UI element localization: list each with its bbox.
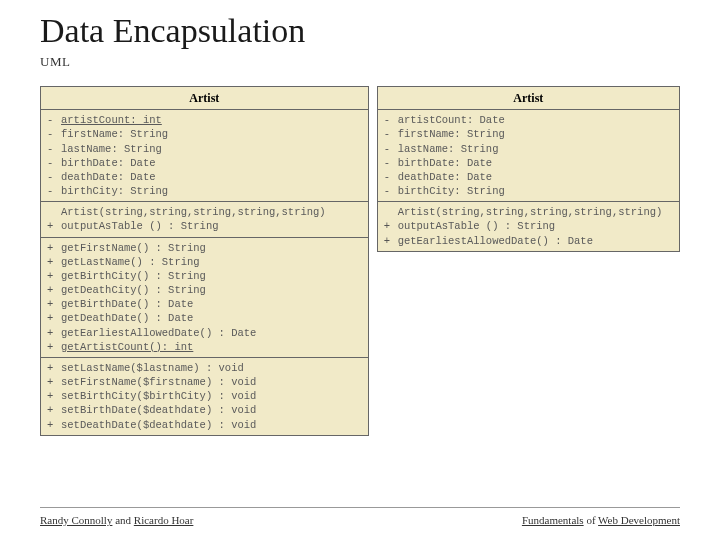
uml-member-text: firstName: String [61,127,362,141]
uml-visibility: - [47,184,61,198]
uml-visibility: - [47,170,61,184]
uml-member-row: Artist(string,string,string,string,strin… [47,205,362,219]
uml-member-row: +getBirthDate() : Date [47,297,362,311]
footer-author-1: Randy Connolly [40,514,112,526]
uml-visibility: + [47,389,61,403]
uml-visibility: - [384,142,398,156]
uml-member-text: setBirthCity($birthCity) : void [61,389,362,403]
uml-member-text: Artist(string,string,string,string,strin… [398,205,673,219]
uml-visibility: + [47,283,61,297]
uml-member-row: -artistCount: int [47,113,362,127]
uml-member-row: -deathDate: Date [47,170,362,184]
uml-section: Artist(string,string,string,string,strin… [378,202,679,251]
uml-member-row: +getArtistCount(): int [47,340,362,354]
uml-member-text: setBirthDate($deathdate) : void [61,403,362,417]
uml-class-right: Artist-artistCount: Date-firstName: Stri… [377,86,680,252]
uml-member-row: +getFirstName() : String [47,241,362,255]
footer-authors: Randy Connolly and Ricardo Hoar [40,514,193,526]
uml-member-text: getArtistCount(): int [61,340,362,354]
uml-member-text: deathDate: Date [398,170,673,184]
uml-member-text: artistCount: Date [398,113,673,127]
uml-visibility: + [47,340,61,354]
uml-member-row: +setBirthCity($birthCity) : void [47,389,362,403]
uml-visibility: - [384,113,398,127]
uml-visibility: - [47,156,61,170]
uml-member-text: artistCount: int [61,113,362,127]
uml-member-text: lastName: String [398,142,673,156]
footer-author-2: Ricardo Hoar [134,514,194,526]
uml-visibility: - [384,156,398,170]
uml-member-row: +setDeathDate($deathdate) : void [47,418,362,432]
footer-book-b: Web Development [598,514,680,526]
uml-member-text: birthDate: Date [61,156,362,170]
uml-visibility: + [47,241,61,255]
uml-visibility: - [384,184,398,198]
uml-member-text: getBirthDate() : Date [61,297,362,311]
uml-member-text: getEarliestAllowedDate() : Date [398,234,673,248]
uml-member-row: -lastName: String [384,142,673,156]
uml-section: +setLastName($lastname) : void+setFirstN… [41,358,368,435]
uml-member-text: birthDate: Date [398,156,673,170]
uml-class-left: Artist-artistCount: int-firstName: Strin… [40,86,369,436]
footer-divider [40,507,680,508]
uml-member-text: getDeathCity() : String [61,283,362,297]
uml-visibility: + [384,219,398,233]
footer-join: and [112,514,133,526]
uml-visibility: - [47,113,61,127]
uml-member-row: +outputAsTable () : String [384,219,673,233]
uml-section: Artist(string,string,string,string,strin… [41,202,368,237]
uml-visibility: + [47,219,61,233]
uml-member-row: +getEarliestAllowedDate() : Date [384,234,673,248]
uml-member-text: lastName: String [61,142,362,156]
uml-visibility: - [384,170,398,184]
uml-member-text: setDeathDate($deathdate) : void [61,418,362,432]
uml-diagrams: Artist-artistCount: int-firstName: Strin… [40,86,680,436]
uml-member-row: Artist(string,string,string,string,strin… [384,205,673,219]
uml-visibility: - [384,127,398,141]
uml-member-text: getLastName() : String [61,255,362,269]
uml-member-row: +getBirthCity() : String [47,269,362,283]
slide: Data Encapsulation UML Artist-artistCoun… [0,0,720,540]
uml-member-row: -artistCount: Date [384,113,673,127]
uml-member-text: birthCity: String [61,184,362,198]
uml-member-text: deathDate: Date [61,170,362,184]
uml-member-row: +getDeathDate() : Date [47,311,362,325]
slide-subtitle: UML [40,54,680,70]
uml-member-row: -birthCity: String [384,184,673,198]
uml-member-text: Artist(string,string,string,string,strin… [61,205,362,219]
uml-visibility: - [47,142,61,156]
uml-class-name: Artist [378,87,679,110]
uml-visibility: + [47,326,61,340]
uml-member-row: +getDeathCity() : String [47,283,362,297]
uml-member-text: outputAsTable () : String [61,219,362,233]
uml-visibility: + [47,269,61,283]
uml-member-row: -firstName: String [384,127,673,141]
uml-visibility: - [47,127,61,141]
uml-member-row: +setLastName($lastname) : void [47,361,362,375]
uml-section: -artistCount: int-firstName: String-last… [41,110,368,202]
uml-member-row: +outputAsTable () : String [47,219,362,233]
footer-book-a: Fundamentals [522,514,584,526]
uml-visibility: + [47,403,61,417]
uml-member-row: -deathDate: Date [384,170,673,184]
footer-book: Fundamentals of Web Development [522,514,680,526]
uml-visibility: + [47,375,61,389]
uml-member-row: -birthCity: String [47,184,362,198]
slide-title: Data Encapsulation [40,12,680,50]
uml-member-row: +getEarliestAllowedDate() : Date [47,326,362,340]
uml-section: -artistCount: Date-firstName: String-las… [378,110,679,202]
uml-visibility: + [384,234,398,248]
uml-member-row: +getLastName() : String [47,255,362,269]
uml-visibility: + [47,297,61,311]
uml-member-text: getDeathDate() : Date [61,311,362,325]
uml-member-row: -birthDate: Date [384,156,673,170]
uml-visibility [47,205,61,219]
uml-member-text: firstName: String [398,127,673,141]
uml-class-name: Artist [41,87,368,110]
footer-book-mid: of [584,514,598,526]
uml-member-row: -firstName: String [47,127,362,141]
uml-visibility: + [47,361,61,375]
uml-member-text: getBirthCity() : String [61,269,362,283]
uml-visibility [384,205,398,219]
uml-member-text: outputAsTable () : String [398,219,673,233]
